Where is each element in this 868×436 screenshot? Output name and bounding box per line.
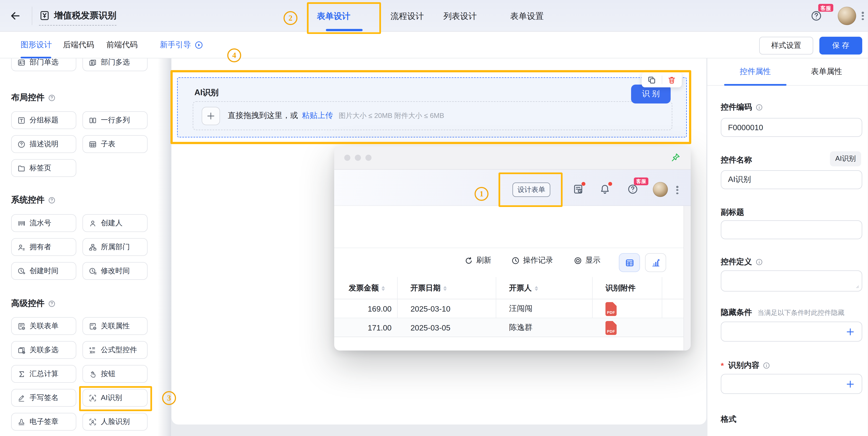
window-titlebar[interactable] (334, 146, 691, 170)
ai-recognition-component[interactable]: AI识别 直接拖拽到这里，或 粘贴上传 图片大小 ≤ 20MB 附件大小 ≤ 6… (177, 77, 687, 137)
copy-icon[interactable] (647, 75, 656, 85)
design-form-button[interactable]: 设计表单 (513, 182, 550, 197)
sidebar-item-dept-single[interactable]: 部门单选 (11, 59, 76, 71)
sidebar-item-signature[interactable]: 手写签名 (11, 389, 76, 407)
column-header-person[interactable]: 开票人 (509, 277, 538, 299)
resize-handle-icon[interactable] (854, 283, 860, 289)
sidebar-item-linked-attr[interactable]: 关联属性 (83, 317, 148, 335)
cell-attachment[interactable]: PDF (606, 299, 617, 318)
sidebar-item-department[interactable]: 所属部门 (83, 238, 148, 256)
sidebar-item-button[interactable]: 按钮 (83, 365, 148, 383)
widget-type-badge: AI识别 (830, 151, 861, 166)
window-help-icon[interactable] (627, 183, 638, 195)
beginner-guide-link[interactable]: 新手引导 (160, 40, 203, 50)
traffic-dot-icon[interactable] (365, 155, 372, 161)
code-input[interactable] (721, 118, 862, 137)
tab-frontend-code[interactable]: 前端代码 (106, 40, 137, 50)
recognition-content-box[interactable] (721, 374, 862, 394)
section-help-icon[interactable] (48, 94, 56, 102)
subtitle-input[interactable] (721, 220, 862, 239)
sidebar-item-face-recognition[interactable]: 人脸识别 (83, 413, 148, 431)
column-header-date[interactable]: 开票日期 (410, 277, 447, 299)
more-menu-icon[interactable] (861, 10, 865, 21)
paste-upload-link[interactable]: 粘贴上传 (302, 111, 333, 121)
pdf-file-icon[interactable]: PDF (606, 302, 617, 316)
sort-icon[interactable] (534, 286, 538, 291)
tab-flow-design[interactable]: 流程设计 (391, 11, 424, 22)
column-header-amount[interactable]: 发票金额 (349, 277, 385, 299)
display-button[interactable]: 显示 (574, 255, 600, 265)
dropzone-text: 直接拖拽到这里，或 (228, 111, 298, 121)
help-icon[interactable] (810, 10, 822, 22)
sort-icon[interactable] (381, 286, 385, 291)
sidebar-item-ai-recognition[interactable]: AI识别 (83, 389, 148, 407)
linked-form-icon (17, 322, 26, 330)
tab-form-design[interactable]: 表单设计 (317, 11, 350, 22)
name-input[interactable] (721, 170, 862, 189)
table-row[interactable]: 171.00 2025-03-05 陈逸群 PDF (334, 318, 683, 337)
sidebar-item-description[interactable]: 描述说明 (11, 135, 76, 153)
pin-icon[interactable] (671, 153, 681, 163)
chart-view-button[interactable] (645, 253, 666, 272)
sidebar-item-formula[interactable]: 公式型控件 (83, 341, 148, 359)
sidebar-item-multi-column[interactable]: 一行多列 (83, 111, 148, 129)
sidebar-item-label: 拥有者 (30, 242, 51, 252)
table-row[interactable]: 169.00 2025-03-10 汪闯闯 PDF (334, 299, 683, 318)
history-button[interactable]: 操作记录 (511, 255, 553, 265)
definition-textarea[interactable] (721, 270, 862, 292)
sort-icon[interactable] (443, 286, 447, 291)
traffic-dot-icon[interactable] (355, 155, 361, 161)
tab-form-settings[interactable]: 表单设置 (510, 11, 544, 22)
window-scrollbar-gutter[interactable] (683, 206, 691, 350)
traffic-dot-icon[interactable] (344, 155, 350, 161)
hidden-condition-box[interactable] (721, 322, 862, 342)
table-view-button[interactable] (619, 253, 640, 272)
window-more-icon[interactable] (675, 185, 680, 196)
sidebar-item-create-time[interactable]: 创建时间 (11, 262, 76, 280)
sidebar-item-label: 子表 (101, 139, 115, 149)
tab-backend-code[interactable]: 后端代码 (63, 40, 94, 50)
sidebar-item-tab-page[interactable]: 标签页 (11, 159, 76, 177)
refresh-button[interactable]: 刷新 (465, 255, 491, 265)
style-settings-button[interactable]: 样式设置 (759, 37, 813, 55)
section-layout-widgets: 布局控件 (11, 92, 56, 103)
description-icon (17, 140, 26, 148)
sidebar-item-subtable[interactable]: 子表 (83, 135, 148, 153)
recognize-button[interactable]: 识 别 (631, 85, 671, 103)
tab-list-design[interactable]: 列表设计 (443, 11, 477, 22)
delete-icon[interactable] (668, 75, 676, 85)
info-icon[interactable] (755, 258, 763, 266)
sidebar-item-linked-form[interactable]: 关联表单 (11, 317, 76, 335)
add-condition-icon[interactable] (845, 327, 855, 337)
sidebar-item-creator[interactable]: 创建人 (83, 214, 148, 232)
avatar[interactable] (838, 7, 856, 25)
save-button[interactable]: 保 存 (819, 37, 862, 55)
cell-amount: 171.00 (334, 318, 392, 337)
section-help-icon[interactable] (48, 196, 56, 204)
tab-widget-props[interactable]: 控件属性 (740, 67, 771, 77)
window-avatar[interactable] (653, 182, 668, 197)
section-help-icon[interactable] (48, 300, 56, 307)
tab-form-props[interactable]: 表单属性 (811, 67, 842, 77)
sidebar-item-owner[interactable]: 拥有者 (11, 238, 76, 256)
cell-attachment[interactable]: PDF (606, 318, 617, 337)
pdf-file-icon[interactable]: PDF (606, 321, 617, 335)
sidebar-item-label: 部门多选 (101, 59, 130, 67)
sidebar-item-linked-multi[interactable]: 关联多选 (11, 341, 76, 359)
sidebar-item-modify-time[interactable]: 修改时间 (83, 262, 148, 280)
sidebar-item-serial-number[interactable]: 流水号 (11, 214, 76, 232)
sidebar-item-dept-multi[interactable]: 部门多选 (83, 59, 148, 71)
upload-dropzone[interactable]: 直接拖拽到这里，或 粘贴上传 图片大小 ≤ 20MB 附件大小 ≤ 6MB (193, 101, 672, 130)
info-icon[interactable] (763, 362, 771, 369)
add-content-icon[interactable] (845, 379, 855, 389)
form-title-group[interactable]: 增值税发票识别 (39, 8, 116, 26)
sidebar-item-group-title[interactable]: 分组标题 (11, 111, 76, 129)
sidebar-item-summary[interactable]: 汇总计算 (11, 365, 76, 383)
back-icon[interactable] (10, 10, 21, 21)
add-file-button[interactable] (202, 107, 220, 125)
tab-graphic-design[interactable]: 图形设计 (21, 40, 52, 50)
sidebar-item-eseal[interactable]: 电子签章 (11, 413, 76, 431)
info-icon[interactable] (755, 103, 763, 111)
component-action-bar (642, 72, 682, 87)
column-header-attachment[interactable]: 识别附件 (606, 277, 636, 299)
